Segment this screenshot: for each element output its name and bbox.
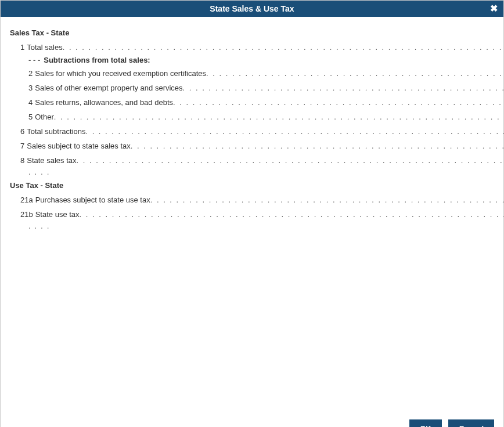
line-5-row: 5 Other bbox=[10, 110, 504, 123]
line-5-num: 5 bbox=[28, 113, 33, 121]
line-8-num: 8 bbox=[20, 156, 24, 165]
leader-dots bbox=[63, 43, 504, 52]
line-7-row: 7 Sales subject to state sales tax bbox=[10, 139, 504, 152]
leader-dots bbox=[77, 156, 504, 165]
dialog: State Sales & Use Tax ✖ Sales Tax - Stat… bbox=[0, 0, 504, 427]
line-1-row: 1 Total sales bbox=[10, 41, 504, 53]
trailing-dots: . . . . bbox=[10, 222, 504, 230]
line-21a-row: 21a Purchases subject to state use tax bbox=[10, 193, 504, 206]
line-6-row: 6 Total subtractions bbox=[10, 125, 504, 137]
section-heading-sales-tax: Sales Tax - State bbox=[10, 28, 504, 37]
leader-dots bbox=[85, 127, 504, 136]
line-4-row: 4 Sales returns, allowances, and bad deb… bbox=[10, 96, 504, 108]
line-2-label: Sales for which you received exemption c… bbox=[35, 69, 206, 78]
line-7-label: Sales subject to state sales tax bbox=[27, 142, 130, 150]
leader-dots bbox=[150, 196, 504, 204]
subtractions-heading: - - - Subtractions from total sales: bbox=[10, 56, 504, 64]
section-heading-use-tax: Use Tax - State bbox=[10, 181, 504, 190]
close-icon[interactable]: ✖ bbox=[490, 3, 498, 14]
line-5-label: Other bbox=[35, 113, 54, 121]
ok-button[interactable]: OK bbox=[409, 419, 442, 427]
dialog-footer: OK Cancel bbox=[1, 414, 503, 427]
line-4-label: Sales returns, allowances, and bad debts bbox=[35, 98, 173, 107]
line-8-label: State sales tax bbox=[27, 156, 76, 165]
line-3-num: 3 bbox=[28, 84, 33, 92]
line-2-num: 2 bbox=[28, 69, 33, 78]
line-21a-label: Purchases subject to state use tax bbox=[35, 196, 150, 204]
line-4-num: 4 bbox=[28, 98, 33, 107]
line-21b-num: 21b bbox=[20, 210, 33, 219]
leader-dots bbox=[131, 142, 504, 150]
line-2-row: 2 Sales for which you received exemption… bbox=[10, 67, 504, 79]
trailing-dots: . . . . bbox=[10, 168, 504, 176]
line-6-label: Total subtractions bbox=[27, 127, 85, 136]
line-3-label: Sales of other exempt property and servi… bbox=[35, 84, 182, 92]
leader-dots bbox=[80, 210, 504, 219]
line-7-num: 7 bbox=[20, 142, 24, 150]
form-left: Sales Tax - State 1 Total sales - - - Su… bbox=[10, 24, 504, 409]
line-3-row: 3 Sales of other exempt property and ser… bbox=[10, 81, 504, 94]
cancel-button[interactable]: Cancel bbox=[448, 419, 494, 427]
line-21a-num: 21a bbox=[20, 196, 33, 204]
line-21b-label: State use tax bbox=[35, 210, 80, 219]
line-1-label: Total sales bbox=[27, 43, 62, 52]
titlebar: State Sales & Use Tax ✖ bbox=[1, 1, 503, 17]
line-21b-row: 21b State use tax bbox=[10, 208, 504, 220]
leader-dots bbox=[54, 113, 504, 121]
line-6-num: 6 bbox=[20, 127, 24, 136]
line-8-row: 8 State sales tax bbox=[10, 154, 504, 167]
leader-dots bbox=[173, 98, 504, 107]
dialog-title: State Sales & Use Tax bbox=[210, 4, 294, 13]
leader-dots bbox=[183, 84, 504, 92]
leader-dots bbox=[206, 69, 504, 78]
line-1-num: 1 bbox=[20, 43, 24, 52]
